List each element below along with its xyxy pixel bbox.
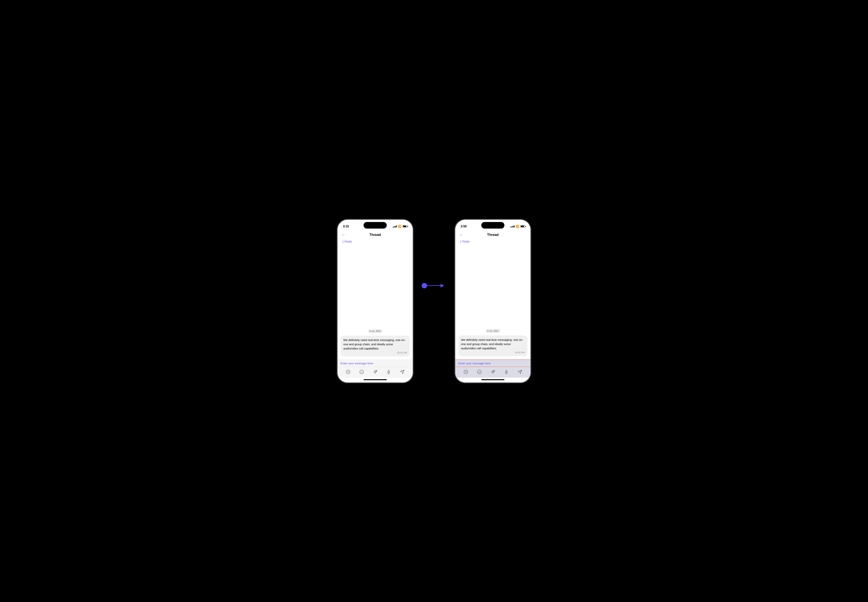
wifi-icon-2: 📶 xyxy=(516,225,519,228)
input-field-2[interactable]: Enter your message here xyxy=(455,359,531,367)
nav-header-2: ← Thread xyxy=(455,230,531,239)
sparkle-button-2[interactable] xyxy=(489,369,496,375)
message-time-1: 03:42 PM xyxy=(343,352,407,354)
input-field-1[interactable]: Enter your message here xyxy=(337,360,413,367)
input-area-1: Enter your message here xyxy=(337,359,413,378)
signal-icon-2 xyxy=(510,226,515,227)
phones-container: 3:15 📶 ← Thread 1 Reply 8 Jul, 2 xyxy=(337,220,531,382)
reply-count-1[interactable]: 1 Reply xyxy=(342,238,353,244)
message-text-1: We definitely need real-time messaging, … xyxy=(343,338,407,350)
message-bubble-2: We definitely need real-time messaging, … xyxy=(458,335,527,356)
svg-point-3 xyxy=(360,370,363,374)
add-button-1[interactable] xyxy=(345,369,352,375)
message-bubble-1: We definitely need real-time messaging, … xyxy=(341,336,410,356)
input-placeholder-1: Enter your message here xyxy=(341,362,373,365)
input-area-2: Enter your message here xyxy=(455,359,531,378)
toolbar-2 xyxy=(455,367,531,378)
back-button-1[interactable]: ← xyxy=(342,233,346,237)
date-badge-1: 8 Jul, 2024 xyxy=(341,329,410,333)
svg-point-14 xyxy=(477,370,481,374)
nav-title-1: Thread xyxy=(369,233,381,237)
mic-button-1[interactable] xyxy=(385,369,392,375)
nav-title-2: Thread xyxy=(487,233,499,237)
reply-count-2[interactable]: 1 Reply xyxy=(459,238,471,244)
phone-2: 3:50 📶 ← Thread 1 Reply 8 Jul, 2 xyxy=(455,220,531,382)
battery-icon-2 xyxy=(520,225,525,227)
toolbar-1 xyxy=(337,367,413,378)
message-text-2: We definitely need real-time messaging, … xyxy=(461,338,525,350)
emoji-button-1[interactable] xyxy=(358,369,365,375)
time-2: 3:50 xyxy=(461,225,466,228)
nav-header-1: ← Thread xyxy=(337,230,413,239)
status-icons-2: 📶 xyxy=(510,225,525,228)
input-placeholder-2: Enter your message here xyxy=(458,362,491,365)
wifi-icon-1: 📶 xyxy=(398,225,402,228)
time-1: 3:15 xyxy=(343,225,349,228)
send-button-2[interactable] xyxy=(516,369,523,375)
transition-arrow xyxy=(424,285,444,317)
sparkle-button-1[interactable] xyxy=(372,369,379,375)
dynamic-island-1 xyxy=(363,222,387,229)
chat-area-2: 8 Jul, 2024 We definitely need real-time… xyxy=(455,239,531,359)
home-indicator-2 xyxy=(455,378,531,382)
svg-rect-17 xyxy=(506,370,507,372)
arrow-line xyxy=(424,285,444,286)
battery-icon-1 xyxy=(403,225,407,227)
emoji-button-2[interactable] xyxy=(476,369,483,375)
date-badge-2: 8 Jul, 2024 xyxy=(458,329,527,333)
mic-button-2[interactable] xyxy=(503,369,510,375)
chat-area-1: 8 Jul, 2024 We definitely need real-time… xyxy=(337,239,413,359)
home-indicator-1 xyxy=(337,378,413,382)
arrow-head xyxy=(440,284,444,287)
message-time-2: 03:42 PM xyxy=(461,351,525,354)
status-icons-1: 📶 xyxy=(393,225,407,228)
svg-rect-6 xyxy=(388,370,389,372)
back-button-2[interactable]: ← xyxy=(459,233,463,237)
phone-1: 3:15 📶 ← Thread 1 Reply 8 Jul, 2 xyxy=(337,220,413,382)
dynamic-island-2 xyxy=(481,222,505,229)
signal-icon-1 xyxy=(393,226,397,227)
add-button-2[interactable] xyxy=(462,369,469,375)
send-button-1[interactable] xyxy=(399,369,406,375)
